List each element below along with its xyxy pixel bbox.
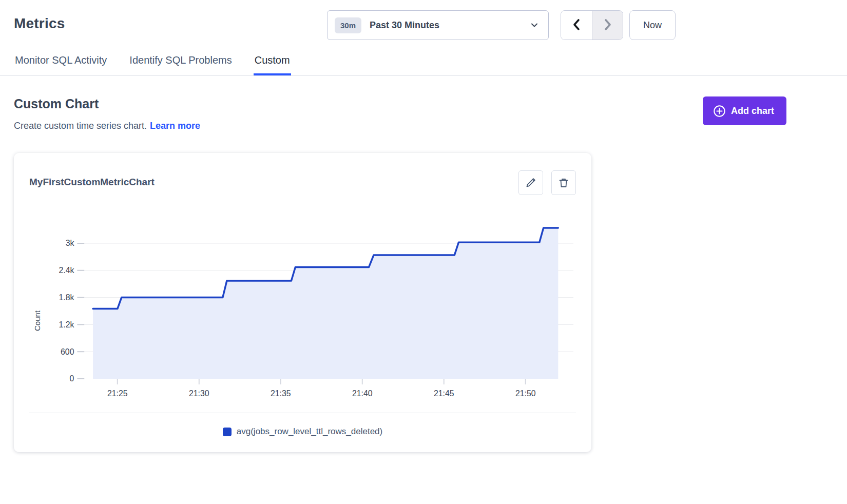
svg-text:21:50: 21:50 [515, 389, 536, 398]
chart-legend[interactable]: avg(jobs_row_level_ttl_rows_deleted) [29, 413, 576, 452]
svg-text:21:30: 21:30 [189, 389, 209, 398]
chart-title: MyFirstCustomMetricChart [29, 170, 155, 188]
section-description: Create custom time series chart.Learn mo… [14, 121, 786, 131]
svg-text:0: 0 [70, 374, 74, 383]
custom-chart-plot[interactable]: 06001.2k1.8k2.4k3k21:2521:3021:3521:4021… [45, 208, 576, 410]
tab-monitor-sql-activity[interactable]: Monitor SQL Activity [14, 51, 108, 75]
prev-time-button[interactable] [561, 11, 592, 40]
svg-text:21:25: 21:25 [107, 389, 128, 398]
plus-circle-icon [713, 105, 726, 118]
edit-chart-button[interactable] [518, 170, 543, 195]
next-time-button[interactable] [592, 11, 623, 40]
legend-series-label: avg(jobs_row_level_ttl_rows_deleted) [237, 427, 382, 437]
now-button[interactable]: Now [629, 10, 676, 40]
svg-text:21:40: 21:40 [352, 389, 373, 398]
chart-card-header: MyFirstCustomMetricChart [29, 170, 576, 195]
time-range-badge: 30m [335, 17, 361, 33]
tab-custom[interactable]: Custom [254, 51, 291, 75]
pencil-icon [525, 177, 536, 188]
chevron-right-icon [602, 18, 613, 33]
svg-text:2.4k: 2.4k [59, 266, 74, 275]
learn-more-link[interactable]: Learn more [150, 121, 200, 131]
page-header: Metrics 30m Past 30 Minutes Now [0, 0, 847, 50]
chevron-down-icon [530, 21, 539, 30]
time-pager [561, 10, 623, 40]
svg-text:1.8k: 1.8k [59, 293, 74, 302]
svg-text:21:45: 21:45 [434, 389, 454, 398]
chart-plot-area: Count 06001.2k1.8k2.4k3k21:2521:3021:352… [29, 208, 576, 410]
svg-text:21:35: 21:35 [271, 389, 291, 398]
section-title: Custom Chart [14, 96, 786, 111]
custom-metric-chart-card: MyFirstCustomMetricChart [14, 153, 591, 452]
add-chart-button[interactable]: Add chart [703, 96, 786, 125]
delete-chart-button[interactable] [551, 170, 576, 195]
svg-text:1.2k: 1.2k [59, 320, 74, 329]
metrics-tab-bar: Monitor SQL Activity Identify SQL Proble… [0, 51, 847, 76]
page-title: Metrics [14, 15, 65, 32]
svg-text:600: 600 [61, 347, 74, 356]
tab-identify-sql-problems[interactable]: Identify SQL Problems [128, 51, 233, 75]
legend-color-swatch [223, 428, 232, 436]
custom-chart-section-header: Custom Chart Create custom time series c… [14, 96, 786, 131]
chart-actions [518, 170, 576, 195]
trash-icon [558, 177, 569, 188]
y-axis-title: Count [29, 208, 45, 410]
add-chart-label: Add chart [731, 106, 774, 117]
svg-text:3k: 3k [66, 239, 74, 247]
chevron-left-icon [571, 18, 582, 33]
time-range-selector[interactable]: 30m Past 30 Minutes [327, 10, 549, 40]
section-description-text: Create custom time series chart. [14, 121, 147, 131]
time-range-label: Past 30 Minutes [370, 20, 439, 31]
